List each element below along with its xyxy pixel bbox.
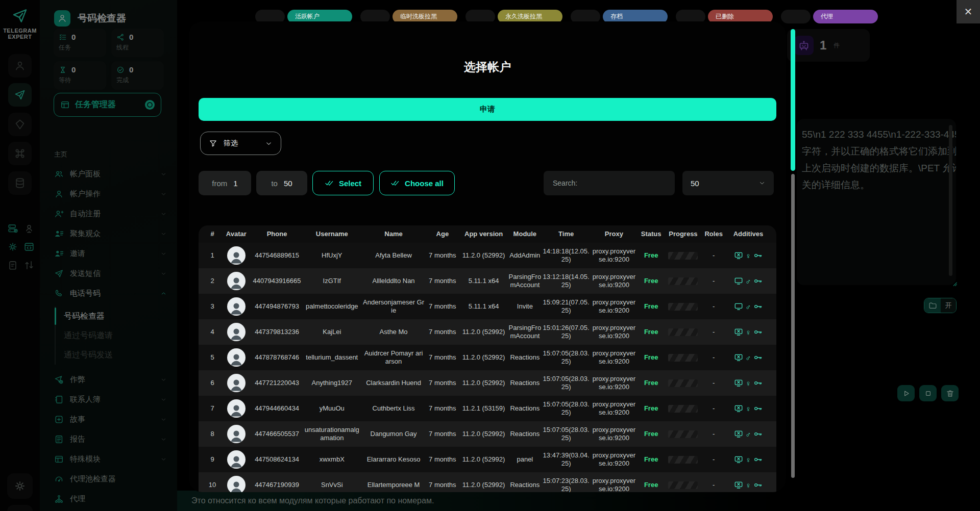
- cell-index: 8: [205, 430, 220, 438]
- progress-bar: [668, 430, 698, 438]
- column-header-Time[interactable]: Time: [543, 230, 590, 238]
- cell-additives: ♂: [726, 429, 770, 439]
- double-check-icon: [325, 178, 334, 188]
- cell-roles: -: [702, 251, 725, 260]
- cell-roles: -: [702, 277, 725, 285]
- key-icon: [753, 455, 763, 464]
- cell-avatar: [222, 476, 251, 492]
- female-icon: ♀: [745, 252, 751, 260]
- cell-status: Free: [639, 481, 664, 489]
- cell-avatar: [222, 272, 251, 290]
- modal-scrollbar-thumb[interactable]: [791, 29, 795, 171]
- cell-time: 15:07:05(28.03.25): [543, 400, 590, 417]
- page-size-select[interactable]: 50: [682, 171, 774, 195]
- cell-progress: [665, 303, 701, 311]
- key-icon: [753, 302, 763, 311]
- cell-app-version: 11.2.0 (52992): [460, 455, 507, 464]
- progress-bar: [668, 328, 698, 336]
- select-button[interactable]: Select: [312, 171, 374, 195]
- apply-button-label: 申请: [480, 105, 495, 114]
- status-badge: Free: [644, 251, 658, 259]
- from-input[interactable]: from 1: [199, 171, 251, 195]
- table-row[interactable]: 10447467190939SnVvSiEllartemporeee M7 mo…: [199, 472, 776, 492]
- cell-status: Free: [639, 277, 664, 285]
- avatar: [227, 297, 246, 316]
- cell-module: Reactions: [508, 481, 541, 489]
- cell-progress: [665, 354, 701, 362]
- cell-age: 7 months: [426, 404, 459, 413]
- search-input[interactable]: [552, 178, 667, 188]
- column-header-Proxy[interactable]: Proxy: [591, 230, 637, 238]
- cell-age: 7 months: [426, 328, 459, 336]
- table-row[interactable]: 6447721220043Anything1927Clarksardin Hue…: [199, 370, 776, 396]
- cell-avatar: [222, 374, 251, 392]
- key-icon: [753, 404, 763, 413]
- cell-proxy: proxy.proxyverse.io:9200: [591, 400, 637, 417]
- cell-proxy: proxy.proxyverse.io:9200: [591, 451, 637, 468]
- key-icon: [753, 353, 763, 362]
- female-icon: ♀: [745, 456, 751, 464]
- cell-age: 7 months: [426, 455, 459, 464]
- cell-avatar: [222, 425, 251, 443]
- table-row[interactable]: 9447508624134xwxmbXElararraro Kesoso7 mo…: [199, 447, 776, 472]
- progress-bar: [668, 252, 698, 260]
- column-header-Username[interactable]: Username: [303, 230, 361, 238]
- tab-count-pill[interactable]: [781, 10, 811, 23]
- column-header-Roles[interactable]: Roles: [702, 230, 725, 238]
- column-header-Avatar[interactable]: Avatar: [222, 230, 251, 238]
- column-header-Progress[interactable]: Progress: [665, 230, 701, 238]
- select-button-label: Select: [339, 179, 361, 188]
- cell-time: 13:12:18(14.05.25): [543, 273, 590, 290]
- cell-proxy: proxy.proxyverse.io:9200: [591, 247, 637, 264]
- table-row[interactable]: 3447494876793palmettocoleridgeAndersonja…: [199, 294, 776, 319]
- cell-roles: -: [702, 430, 725, 438]
- table-row[interactable]: 24407943916665IzGTIfAlllelddlto Nan7 mon…: [199, 268, 776, 294]
- male-icon: ♂: [745, 303, 751, 311]
- cell-module: Reactions: [508, 379, 541, 387]
- tab-代理[interactable]: 代理: [813, 10, 878, 23]
- column-header-Phone[interactable]: Phone: [253, 230, 302, 238]
- cell-roles: -: [702, 404, 725, 413]
- table-row[interactable]: 7447944660434yMuuOuCuthbertx Liss7 month…: [199, 396, 776, 421]
- table-row[interactable]: 8447466505537unsaturationamalgamationDan…: [199, 421, 776, 447]
- filter-dropdown[interactable]: 筛选: [200, 132, 281, 155]
- apply-button[interactable]: 申请: [199, 98, 776, 121]
- table-row[interactable]: 1447546889615HfUxjYAfyta Bellew7 months1…: [199, 243, 776, 268]
- table-row[interactable]: 5447878768746tellurium_dassentAuidrcer P…: [199, 345, 776, 370]
- table-row[interactable]: 4447379813236KajLeiAsthe Mo7 months11.2.…: [199, 319, 776, 345]
- accounts-table: #AvatarPhoneUsernameNameAgeApp versionMo…: [199, 225, 776, 492]
- monitor-x-icon: [734, 429, 743, 439]
- column-header-#[interactable]: #: [205, 230, 220, 238]
- column-header-Module[interactable]: Module: [508, 230, 541, 238]
- choose-all-button[interactable]: Choose all: [379, 171, 455, 195]
- cell-age: 7 months: [426, 277, 459, 285]
- search-input-wrap: [544, 171, 675, 195]
- avatar: [227, 323, 246, 341]
- avatar: [227, 399, 246, 418]
- column-header-Name[interactable]: Name: [362, 230, 425, 238]
- cell-status: Free: [639, 251, 664, 260]
- cell-name: Auidrcer Pomayr ariarson: [362, 349, 425, 366]
- to-input[interactable]: to 50: [256, 171, 307, 195]
- key-icon: [753, 276, 763, 286]
- column-header-Additives[interactable]: Additives: [726, 230, 770, 238]
- cell-age: 7 months: [426, 379, 459, 387]
- cell-name: Alllelddlto Nan: [362, 277, 425, 285]
- cell-time: 15:07:05(28.03.25): [543, 349, 590, 366]
- column-header-Status[interactable]: Status: [639, 230, 664, 238]
- avatar: [227, 374, 246, 392]
- avatar: [227, 272, 246, 290]
- cell-username: xwxmbX: [303, 455, 361, 464]
- cell-roles: -: [702, 455, 725, 464]
- progress-bar: [668, 379, 698, 387]
- monitor-x-icon: [734, 404, 743, 413]
- cell-additives: ♀: [726, 480, 770, 490]
- column-header-App version[interactable]: App version: [460, 230, 507, 238]
- avatar: [227, 450, 246, 469]
- close-button[interactable]: ✕: [957, 0, 980, 23]
- cell-status: Free: [639, 328, 664, 336]
- cell-roles: -: [702, 379, 725, 387]
- column-header-Age[interactable]: Age: [426, 230, 459, 238]
- cell-age: 7 months: [426, 353, 459, 362]
- modal-scrollbar-track[interactable]: [791, 174, 795, 478]
